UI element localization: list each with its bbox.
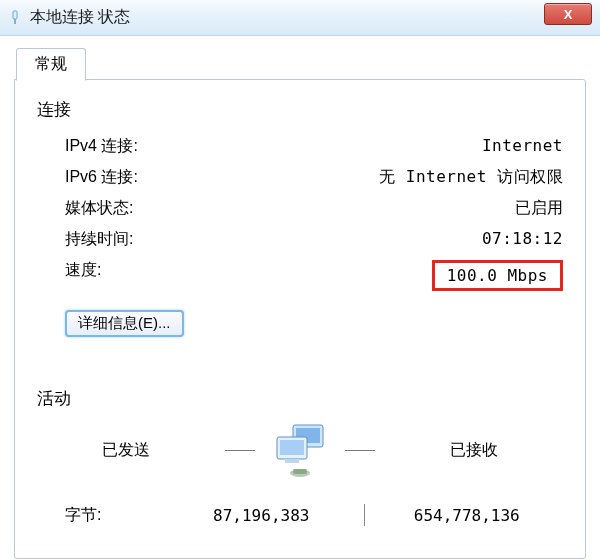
svg-rect-1: [14, 19, 16, 24]
close-icon: X: [564, 7, 573, 22]
window-title: 本地连接 状态: [30, 7, 130, 28]
row-duration: 持续时间: 07:18:12: [37, 224, 563, 255]
general-panel: 连接 IPv4 连接: Internet IPv6 连接: 无 Internet…: [14, 79, 586, 559]
duration-value: 07:18:12: [245, 229, 563, 250]
details-button[interactable]: 详细信息(E)...: [65, 310, 184, 337]
svg-rect-0: [13, 11, 17, 19]
bytes-row: 字节: 87,196,383 654,778,136: [37, 504, 563, 526]
connection-heading: 连接: [37, 98, 563, 121]
row-ipv4: IPv4 连接: Internet: [37, 131, 563, 162]
close-button[interactable]: X: [544, 3, 592, 25]
svg-rect-5: [280, 440, 304, 455]
received-label: 已接收: [385, 440, 563, 461]
activity-section: 活动 已发送 已接收: [37, 387, 563, 526]
speed-label: 速度:: [65, 260, 245, 291]
sent-label: 已发送: [37, 440, 215, 461]
dialog-body: 常规 连接 IPv4 连接: Internet IPv6 连接: 无 Inter…: [0, 36, 600, 559]
tab-strip: 常规: [14, 46, 586, 80]
speed-value-highlight: 100.0 Mbps: [432, 260, 563, 291]
network-adapter-icon: [6, 9, 24, 27]
row-media: 媒体状态: 已启用: [37, 193, 563, 224]
activity-heading: 活动: [37, 387, 563, 410]
row-ipv6: IPv6 连接: 无 Internet 访问权限: [37, 162, 563, 193]
svg-rect-6: [285, 459, 299, 463]
tab-general[interactable]: 常规: [16, 48, 86, 81]
received-bytes: 654,778,136: [371, 506, 564, 525]
media-label: 媒体状态:: [65, 198, 245, 219]
network-computers-icon: [265, 420, 335, 480]
sent-bytes: 87,196,383: [165, 506, 358, 525]
activity-header-row: 已发送 已接收: [37, 420, 563, 480]
duration-label: 持续时间:: [65, 229, 245, 250]
ipv6-label: IPv6 连接:: [65, 167, 245, 188]
svg-rect-8: [293, 469, 307, 474]
bytes-label: 字节:: [65, 505, 165, 526]
bytes-divider: [364, 504, 365, 526]
titlebar: 本地连接 状态 X: [0, 0, 600, 36]
ipv4-label: IPv4 连接:: [65, 136, 245, 157]
row-speed: 速度: 100.0 Mbps: [37, 255, 563, 296]
media-value: 已启用: [245, 198, 563, 219]
sep-left: [225, 450, 255, 451]
sep-right: [345, 450, 375, 451]
ipv4-value: Internet: [245, 136, 563, 157]
ipv6-value: 无 Internet 访问权限: [245, 167, 563, 188]
speed-value-wrap: 100.0 Mbps: [245, 260, 563, 291]
